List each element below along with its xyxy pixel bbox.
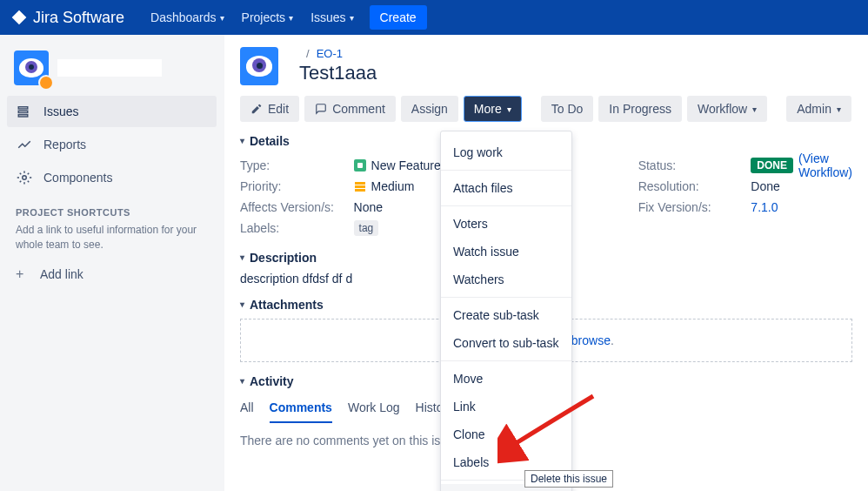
svg-point-3 [23, 176, 27, 180]
project-type-badge [38, 75, 54, 91]
svg-rect-0 [18, 107, 28, 109]
more-button[interactable]: More▾ [464, 96, 522, 122]
tab-all[interactable]: All [240, 395, 254, 423]
svg-rect-2 [18, 115, 28, 117]
product-name: Jira Software [33, 9, 124, 27]
status-label: Status: [638, 155, 751, 176]
issue-title[interactable]: Test1aaa [299, 62, 377, 84]
sidebar: Issues Reports Components PROJECT SHORTC… [0, 35, 224, 491]
chevron-down-icon: ▾ [220, 13, 224, 23]
assign-button[interactable]: Assign [401, 96, 458, 122]
edit-button[interactable]: Edit [240, 96, 299, 122]
nav-dashboards[interactable]: Dashboards▾ [142, 0, 233, 35]
menu-attach-files[interactable]: Attach files [441, 174, 571, 202]
type-label: Type: [240, 155, 354, 176]
breadcrumb: / EO-1 [299, 47, 377, 60]
fixversion-value[interactable]: 7.1.0 [751, 197, 852, 218]
caret-down-icon: ▾ [240, 376, 244, 386]
labels-label: Labels: [240, 218, 354, 239]
project-name [57, 59, 162, 77]
shortcuts-header: PROJECT SHORTCUTS [16, 207, 208, 218]
menu-watch-issue[interactable]: Watch issue [441, 238, 571, 266]
menu-move[interactable]: Move [441, 365, 571, 393]
newfeature-icon [354, 159, 366, 172]
menu-clone[interactable]: Clone [441, 420, 571, 448]
admin-button[interactable]: Admin ▾ [786, 96, 851, 122]
shortcuts-description: Add a link to useful information for you… [16, 223, 208, 252]
view-workflow-link[interactable]: (View Workflow) [798, 151, 852, 179]
comment-button[interactable]: Comment [304, 96, 396, 122]
project-header[interactable] [7, 47, 217, 94]
caret-down-icon: ▾ [240, 252, 244, 262]
breadcrumb-issue-key[interactable]: EO-1 [317, 47, 343, 60]
chevron-down-icon: ▾ [752, 104, 757, 114]
issue-toolbar: Edit Comment Assign More▾ To Do In Progr… [240, 96, 852, 122]
priority-label: Priority: [240, 176, 354, 197]
jira-logo-icon [10, 9, 28, 26]
menu-link[interactable]: Link [441, 393, 571, 420]
top-nav: Jira Software Dashboards▾ Projects▾ Issu… [0, 0, 868, 35]
sidebar-item-label: Issues [43, 104, 78, 118]
comment-icon [315, 103, 327, 115]
component-icon [16, 169, 33, 186]
sidebar-item-label: Components [43, 171, 112, 185]
plus-icon: + [16, 266, 31, 282]
status-badge: DONE [751, 158, 793, 173]
caret-down-icon: ▾ [240, 136, 244, 145]
menu-watchers[interactable]: Watchers [441, 266, 571, 293]
priority-medium-icon [354, 180, 366, 192]
pencil-icon [250, 103, 263, 115]
chevron-down-icon: ▾ [350, 13, 354, 23]
more-dropdown: Log work Attach files Voters Watch issue… [440, 131, 572, 491]
menu-convert-subtask[interactable]: Convert to sub-task [441, 329, 571, 357]
menu-log-work[interactable]: Log work [441, 138, 571, 166]
nav-issues[interactable]: Issues▾ [302, 0, 362, 35]
affects-label: Affects Version/s: [240, 197, 354, 218]
status-value: DONE(View Workflow) [751, 155, 852, 176]
delete-tooltip: Delete this issue [524, 470, 613, 488]
create-button[interactable]: Create [370, 5, 427, 30]
nav-projects[interactable]: Projects▾ [233, 0, 303, 35]
menu-create-subtask[interactable]: Create sub-task [441, 301, 571, 329]
fixversion-label: Fix Version/s: [638, 197, 751, 218]
sidebar-item-components[interactable]: Components [7, 162, 217, 193]
tab-worklog[interactable]: Work Log [348, 395, 400, 423]
add-link-button[interactable]: + Add link [7, 261, 217, 287]
todo-button[interactable]: To Do [541, 96, 594, 122]
project-avatar [14, 50, 49, 85]
breadcrumb-sep: / [306, 47, 310, 60]
chevron-down-icon: ▾ [507, 104, 511, 114]
label-tag[interactable]: tag [354, 220, 379, 236]
chevron-down-icon: ▾ [837, 104, 841, 114]
browse-link[interactable]: browse [571, 333, 611, 347]
svg-rect-1 [18, 111, 28, 112]
resolution-label: Resolution: [638, 176, 751, 197]
caret-down-icon: ▾ [240, 299, 244, 309]
sidebar-item-issues[interactable]: Issues [7, 96, 217, 127]
sidebar-item-label: Reports [43, 138, 86, 151]
workflow-button[interactable]: Workflow ▾ [687, 96, 767, 122]
menu-voters[interactable]: Voters [441, 210, 571, 238]
chevron-down-icon: ▾ [289, 13, 293, 23]
jira-logo[interactable]: Jira Software [10, 9, 124, 27]
chart-icon [16, 136, 33, 153]
issue-project-avatar[interactable] [240, 47, 278, 85]
queue-icon [16, 103, 33, 120]
in-progress-button[interactable]: In Progress [598, 96, 682, 122]
tab-comments[interactable]: Comments [270, 395, 332, 423]
sidebar-item-reports[interactable]: Reports [7, 129, 217, 160]
